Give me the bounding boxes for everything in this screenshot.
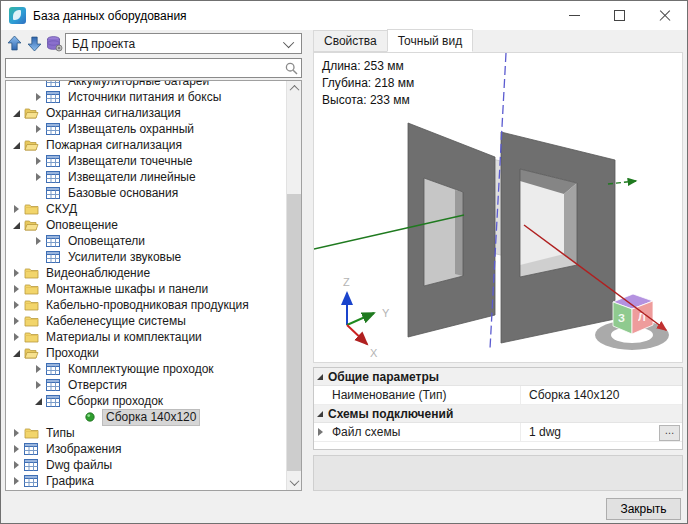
search-input[interactable] — [8, 60, 282, 78]
dimension-length: Длина: 253 мм — [322, 58, 414, 75]
tree-item-label: Отверстия — [65, 378, 130, 393]
tree-expander-icon[interactable] — [10, 201, 24, 217]
model-dimensions: Длина: 253 мм Глубина: 218 мм Высота: 23… — [322, 58, 414, 109]
tree-scrollbar[interactable] — [286, 81, 301, 490]
property-value[interactable]: 1 dwg — [520, 423, 682, 441]
tree-expander-icon[interactable] — [10, 425, 24, 441]
tree-item[interactable]: Оповещатели — [6, 233, 286, 249]
tree-expander-icon[interactable] — [10, 457, 24, 473]
database-icon — [46, 36, 63, 52]
tree-expander-icon[interactable] — [32, 153, 46, 169]
property-label: Файл схемы — [328, 425, 520, 439]
tree-item[interactable]: Материалы и комплектации — [6, 329, 286, 345]
tree-expander-icon[interactable] — [10, 329, 24, 345]
browse-button[interactable]: … — [659, 425, 680, 441]
tree-item[interactable]: Кабельно-проводниковая продукция — [6, 297, 286, 313]
tree-item-label: Dwg файлы — [43, 458, 115, 473]
move-up-button[interactable] — [5, 34, 24, 53]
property-row-name[interactable]: Наименование (Тип) Сборка 140x120 — [314, 386, 682, 405]
tree-item[interactable]: Усилители звуковые — [6, 249, 286, 265]
tree-item[interactable]: Проходки — [6, 345, 286, 361]
tree-expander-icon[interactable] — [10, 137, 24, 153]
window-title: База данных оборудования — [33, 9, 187, 23]
tree-item-label: Базовые основания — [65, 186, 181, 201]
tree-item[interactable]: Изображения — [6, 441, 286, 457]
tab-properties[interactable]: Свойства — [313, 30, 388, 52]
tree-expander-icon[interactable] — [10, 313, 24, 329]
tree-item-label: Проходки — [43, 346, 102, 361]
description-panel — [313, 455, 683, 491]
titlebar: База данных оборудования — [1, 1, 687, 30]
tree-expander-icon[interactable] — [32, 169, 46, 185]
tree-item[interactable]: Пожарная сигнализация — [6, 137, 286, 153]
database-settings-button[interactable] — [45, 34, 64, 53]
tree-item-label: Кабельно-проводниковая продукция — [43, 298, 252, 313]
tree-item[interactable]: Источники питания и боксы — [6, 89, 286, 105]
tab-exact-view[interactable]: Точный вид — [387, 29, 473, 52]
tree-item[interactable]: Графика — [6, 473, 286, 489]
tree-item[interactable]: Базовые основания — [6, 185, 286, 201]
tree-item[interactable]: Оповещение — [6, 217, 286, 233]
tree-expander-icon[interactable] — [10, 297, 24, 313]
tree-expander-icon[interactable] — [10, 105, 24, 121]
close-button[interactable]: Закрыть — [606, 498, 681, 520]
property-row-scheme-file[interactable]: Файл схемы 1 dwg … — [314, 423, 682, 442]
group-header-schemes[interactable]: Схемы подключений — [314, 405, 682, 423]
folder-open-icon — [24, 347, 39, 359]
tree-item[interactable]: Извещатели точечные — [6, 153, 286, 169]
scroll-up-icon[interactable] — [287, 81, 301, 96]
x-axis-label: X — [370, 347, 378, 359]
table-icon — [46, 235, 60, 247]
tree-item[interactable]: Сборки проходок — [6, 393, 286, 409]
database-selector-value: БД проекта — [72, 37, 135, 51]
tree-item[interactable]: Dwg файлы — [6, 457, 286, 473]
maximize-button[interactable] — [597, 1, 642, 30]
tree-item[interactable]: Охранная сигнализация — [6, 105, 286, 121]
tree-expander-icon[interactable] — [10, 265, 24, 281]
tree-expander-icon[interactable] — [32, 121, 46, 137]
3d-viewport[interactable]: Длина: 253 мм Глубина: 218 мм Высота: 23… — [313, 52, 683, 363]
tree-expander-icon[interactable] — [32, 361, 46, 377]
tree-item[interactable]: Отверстия — [6, 377, 286, 393]
tree-item[interactable]: Кабеленесущие системы — [6, 313, 286, 329]
table-icon — [24, 443, 38, 455]
group-header-general[interactable]: Общие параметры — [314, 368, 682, 386]
close-window-button[interactable] — [642, 1, 687, 30]
tree-item-label: Источники питания и боксы — [65, 90, 224, 105]
tree-expander-icon[interactable] — [10, 345, 24, 361]
tree-item[interactable]: Аккумуляторные батареи — [6, 80, 286, 89]
table-icon — [46, 363, 60, 375]
tree-item-label: Материалы и комплектации — [43, 330, 205, 345]
scrollbar-thumb[interactable] — [287, 194, 301, 471]
tree-expander-icon — [70, 409, 84, 425]
tree-expander-icon[interactable] — [32, 393, 46, 409]
tree-expander-icon[interactable] — [10, 281, 24, 297]
tree-item[interactable]: Комплектующие проходок — [6, 361, 286, 377]
tree-item-label: Кабеленесущие системы — [43, 314, 189, 329]
database-selector[interactable]: БД проекта — [65, 33, 302, 54]
tree-item[interactable]: Извещатели линейные — [6, 169, 286, 185]
tree-item[interactable]: Сборка 140x120 — [6, 409, 286, 425]
tree-expander-icon[interactable] — [10, 473, 24, 489]
folder-icon — [24, 427, 39, 439]
folder-icon — [24, 315, 39, 327]
property-value[interactable]: Сборка 140x120 — [520, 386, 682, 404]
tree-expander-icon — [32, 185, 46, 201]
tree-expander-icon[interactable] — [32, 89, 46, 105]
tree-item[interactable]: Типы — [6, 425, 286, 441]
tree-item[interactable]: Извещатель охранный — [6, 121, 286, 137]
tree-item[interactable]: Видеонаблюдение — [6, 265, 286, 281]
tree-expander-icon[interactable] — [10, 441, 24, 457]
tree-expander-icon[interactable] — [32, 377, 46, 393]
dimension-depth: Глубина: 218 мм — [322, 75, 414, 92]
scroll-down-icon[interactable] — [287, 475, 301, 490]
tree-item-label: Типы — [43, 426, 78, 441]
move-down-button[interactable] — [25, 34, 44, 53]
tree-expander-icon[interactable] — [32, 233, 46, 249]
tree-item-label: Графика — [43, 474, 97, 489]
tree-item-label: Сборка 140x120 — [103, 410, 199, 425]
minimize-button[interactable] — [552, 1, 597, 30]
tree-expander-icon[interactable] — [10, 217, 24, 233]
tree-item[interactable]: Монтажные шкафы и панели — [6, 281, 286, 297]
tree-item[interactable]: СКУД — [6, 201, 286, 217]
